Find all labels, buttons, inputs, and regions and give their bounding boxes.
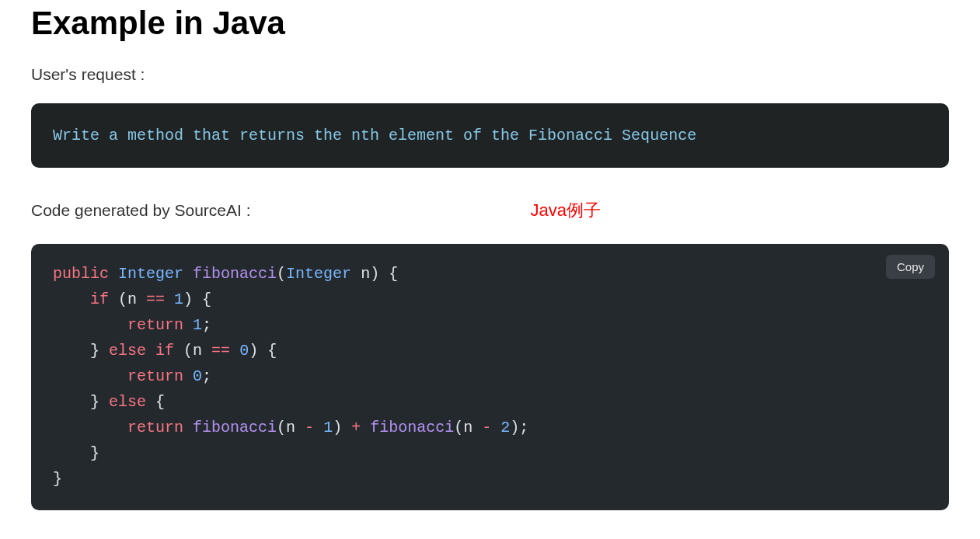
code-token bbox=[99, 393, 109, 411]
code-token: n bbox=[351, 265, 370, 283]
code-token: { bbox=[146, 393, 165, 411]
code-token: ) bbox=[333, 419, 342, 436]
code-token: ) { bbox=[183, 290, 211, 308]
code-token: ); bbox=[510, 419, 528, 436]
code-token: } bbox=[90, 342, 99, 360]
code-token: fibonacci bbox=[193, 265, 277, 283]
code-token: == bbox=[211, 342, 230, 360]
generated-label-row: Code generated by SourceAI : Java例子 bbox=[31, 199, 949, 222]
code-token: 1 bbox=[323, 419, 333, 436]
copy-button[interactable]: Copy bbox=[886, 255, 935, 279]
code-token: 0 bbox=[239, 342, 249, 360]
code-token: == bbox=[146, 290, 165, 308]
code-token bbox=[314, 419, 323, 436]
code-token bbox=[99, 342, 109, 360]
code-token: fibonacci bbox=[370, 419, 454, 436]
code-token: ; bbox=[202, 316, 211, 334]
code-token: if bbox=[90, 290, 109, 308]
code-token: else bbox=[109, 342, 146, 360]
code-token: 1 bbox=[174, 290, 183, 308]
code-content: public Integer fibonacci(Integer n) { if… bbox=[53, 261, 927, 492]
code-token: - bbox=[305, 419, 314, 436]
generated-label: Code generated by SourceAI : bbox=[31, 201, 251, 220]
code-token: { bbox=[379, 265, 398, 283]
code-token: (n bbox=[277, 419, 305, 436]
code-token: return bbox=[127, 316, 183, 334]
code-token: - bbox=[482, 419, 491, 436]
code-token: 2 bbox=[500, 419, 510, 436]
code-token: return bbox=[127, 367, 183, 385]
page-heading: Example in Java bbox=[31, 5, 949, 42]
code-token: Integer bbox=[286, 265, 351, 283]
code-token: } bbox=[53, 470, 62, 488]
code-token: (n bbox=[454, 419, 482, 436]
code-token: ) { bbox=[249, 342, 277, 360]
code-token: ) bbox=[370, 265, 379, 283]
code-token: Integer bbox=[118, 265, 183, 283]
code-token bbox=[230, 342, 239, 360]
code-token: ; bbox=[202, 367, 211, 385]
code-token: return bbox=[127, 419, 183, 436]
code-token bbox=[183, 419, 193, 436]
code-token: ( bbox=[277, 265, 286, 283]
request-box: Write a method that returns the nth elem… bbox=[31, 103, 949, 168]
code-token: public bbox=[53, 265, 109, 283]
code-token: (n bbox=[174, 342, 211, 360]
code-token bbox=[53, 444, 90, 462]
code-token bbox=[53, 316, 127, 334]
code-token bbox=[53, 367, 127, 385]
code-token bbox=[183, 316, 193, 334]
code-token bbox=[53, 419, 127, 436]
code-token bbox=[53, 393, 90, 411]
code-token: + bbox=[342, 419, 370, 436]
annotation-text: Java例子 bbox=[531, 199, 601, 222]
code-token bbox=[53, 342, 90, 360]
code-box: Copy public Integer fibonacci(Integer n)… bbox=[31, 244, 949, 510]
code-token: } bbox=[90, 393, 99, 411]
code-token bbox=[53, 290, 90, 308]
code-token: } bbox=[90, 444, 99, 462]
request-label: User's request : bbox=[31, 65, 949, 84]
code-token bbox=[491, 419, 500, 436]
code-token bbox=[165, 290, 174, 308]
code-token: fibonacci bbox=[193, 419, 277, 436]
code-token bbox=[146, 342, 155, 360]
code-token: if bbox=[155, 342, 174, 360]
code-token bbox=[183, 367, 193, 385]
request-text: Write a method that returns the nth elem… bbox=[53, 127, 927, 144]
code-token: 1 bbox=[193, 316, 202, 334]
code-token: else bbox=[109, 393, 146, 411]
code-token: 0 bbox=[193, 367, 202, 385]
code-token: (n bbox=[109, 290, 146, 308]
